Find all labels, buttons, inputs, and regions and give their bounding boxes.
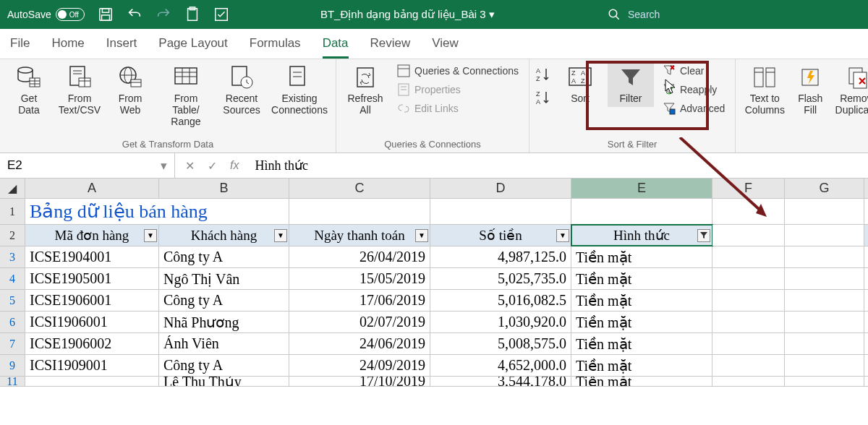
remove-duplicates-button[interactable]: Remove Duplicates [833,62,868,119]
row-header[interactable]: 9 [0,355,25,376]
row-header[interactable]: 7 [0,333,25,354]
cell[interactable]: 5,025,735.0 [430,268,571,289]
table-header-cell[interactable]: Mã đơn hàng▼ [25,225,159,246]
advanced-filter-button[interactable]: Advanced [658,100,729,117]
redo-icon[interactable] [156,7,171,22]
toggle-switch[interactable]: Off [56,8,85,21]
tab-formulas[interactable]: Formulas [250,36,301,59]
cell[interactable]: Công ty A [159,290,289,311]
paste-icon[interactable] [184,7,200,22]
cell[interactable] [785,268,864,289]
confirm-icon[interactable]: ✓ [208,159,217,173]
cell[interactable] [25,377,159,386]
row-header[interactable]: 3 [0,246,25,267]
cell[interactable] [712,312,785,332]
cell[interactable]: 02/07/2019 [289,312,430,332]
sort-asc-icon[interactable]: AZ [535,66,553,82]
text-to-columns-button[interactable]: Text to Columns [741,62,788,119]
cell[interactable] [712,246,785,267]
cell[interactable] [785,333,864,354]
tab-home[interactable]: Home [51,36,84,59]
saveas-icon[interactable] [213,7,229,22]
table-header-cell[interactable]: Số tiền▼ [430,225,571,246]
cell[interactable]: Tiền mặt [571,377,712,386]
cell[interactable]: 5,008,575.0 [430,333,571,354]
cell[interactable]: Ngô Thị Vân [159,268,289,289]
table-header-cell[interactable]: Ngày thanh toán▼ [289,225,430,246]
recent-sources-button[interactable]: Recent Sources [218,62,265,119]
cell[interactable]: 26/04/2019 [289,246,430,267]
cell[interactable]: 17/06/2019 [289,290,430,311]
cell[interactable]: Nhã Phương [159,312,289,332]
cell[interactable]: 17/10/2019 [289,377,430,386]
cell[interactable]: 5,016,082.5 [430,290,571,311]
refresh-all-button[interactable]: Refresh All [342,62,388,119]
column-header-B[interactable]: B [159,179,289,198]
filter-dropdown-icon[interactable]: ▼ [144,229,157,242]
cell[interactable] [785,246,864,267]
table-header-cell[interactable]: Khách hàng▼ [159,225,289,246]
cell[interactable]: 1,030,920.0 [430,312,571,332]
sheet-title-cell[interactable]: Bảng dữ liệu bán hàng [25,199,289,224]
cell[interactable]: Tiền mặt [571,246,712,267]
cell[interactable]: 15/05/2019 [289,268,430,289]
existing-connections-button[interactable]: Existing Connections [269,62,330,119]
cell[interactable] [785,377,864,386]
row-header[interactable]: 1 [0,199,25,224]
autosave-toggle[interactable]: AutoSave Off [7,8,85,21]
cell[interactable]: 24/06/2019 [289,333,430,354]
column-header-D[interactable]: D [430,179,571,198]
column-header-C[interactable]: C [289,179,430,198]
row-header[interactable]: 2 [0,225,25,246]
queries-connections-button[interactable]: Queries & Connections [393,62,523,80]
reapply-button[interactable]: Reapply [658,81,729,98]
sort-button[interactable]: ZAAZ Sort [557,62,603,107]
filter-button[interactable]: Filter [608,62,654,107]
table-header-cell[interactable]: Hình thức [571,225,712,246]
search-box[interactable]: Search [586,8,861,21]
filter-dropdown-icon[interactable]: ▼ [556,229,569,242]
cell[interactable]: Công ty A [159,246,289,267]
cell[interactable]: Ánh Viên [159,333,289,354]
cell[interactable]: Tiền mặt [571,355,712,376]
select-all-corner[interactable]: ◢ [0,179,25,198]
cell[interactable]: ICSI1906001 [25,312,159,332]
row-header[interactable]: 11 [0,377,25,386]
fx-icon[interactable]: fx [230,159,239,172]
cell[interactable]: Tiền mặt [571,268,712,289]
row-header[interactable]: 4 [0,268,25,289]
flash-fill-button[interactable]: Flash Fill [792,62,828,119]
cell[interactable]: 24/09/2019 [289,355,430,376]
from-table-button[interactable]: From Table/ Range [158,62,214,130]
save-icon[interactable] [98,7,114,22]
cell[interactable] [712,377,785,386]
tab-file[interactable]: File [10,36,30,59]
undo-icon[interactable] [127,7,142,22]
tab-data[interactable]: Data [323,36,349,59]
column-header-G[interactable]: G [785,179,864,198]
from-csv-button[interactable]: From Text/CSV [56,62,103,119]
cell[interactable]: 3,544,178.0 [430,377,571,386]
tab-view[interactable]: View [432,36,459,59]
tab-page-layout[interactable]: Page Layout [158,36,227,59]
cell[interactable]: ICSE1904001 [25,246,159,267]
cell[interactable]: 4,987,125.0 [430,246,571,267]
cell[interactable] [712,290,785,311]
from-web-button[interactable]: From Web [107,62,153,119]
get-data-button[interactable]: Get Data [6,62,52,119]
tab-review[interactable]: Review [370,36,411,59]
cell[interactable]: Tiền mặt [571,290,712,311]
formula-input[interactable]: Hình thức [249,158,308,173]
column-header-E[interactable]: E [571,179,712,198]
cell[interactable]: ICSE1906001 [25,290,159,311]
cell[interactable]: ICSI1909001 [25,355,159,376]
cell[interactable] [712,333,785,354]
cell[interactable] [785,290,864,311]
filter-dropdown-icon[interactable]: ▼ [415,229,428,242]
cell[interactable]: 4,652,000.0 [430,355,571,376]
sort-desc-icon[interactable]: ZA [535,90,553,106]
cell[interactable] [785,312,864,332]
name-box[interactable]: E2▾ [0,153,175,178]
row-header[interactable]: 6 [0,312,25,332]
column-header-F[interactable]: F [712,179,785,198]
